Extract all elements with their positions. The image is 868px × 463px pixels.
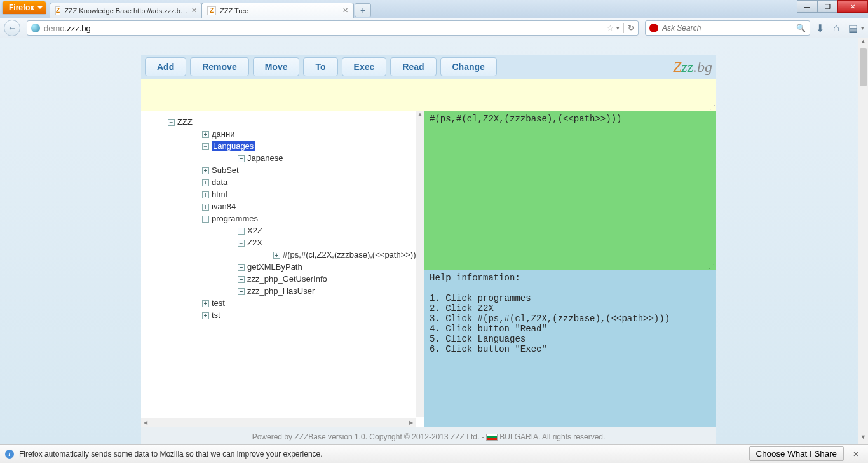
resize-handle-icon[interactable]: ⋰ [709, 104, 715, 111]
tree-node[interactable]: −programmes [202, 213, 421, 225]
tree-node[interactable]: +tst [202, 310, 421, 322]
collapse-icon[interactable]: − [168, 119, 175, 126]
bookmarks-icon[interactable]: ▤ [846, 22, 860, 34]
app-toolbar: Add Remove Move To Exec Read Change Zzz.… [141, 55, 716, 79]
expand-icon[interactable]: + [202, 179, 209, 186]
choose-share-button[interactable]: Choose What I Share [749, 446, 844, 461]
tree-node-label[interactable]: #(ps,#(cl,Z2X,(zzzbase),(<<path>>))) [283, 250, 419, 259]
expand-icon[interactable]: + [202, 167, 209, 174]
browser-tab-0[interactable]: Z ZZZ Knowledge Base http://ads.zzz.b… ✕ [50, 3, 202, 18]
expand-icon[interactable]: + [202, 300, 209, 307]
change-button[interactable]: Change [440, 57, 497, 76]
tree-node[interactable]: −Languages [202, 141, 421, 153]
tree-node-label[interactable]: Languages [212, 141, 255, 151]
expand-icon[interactable]: + [238, 288, 245, 295]
code-pane[interactable]: #(ps,#(cl,Z2X,(zzzbase),(<<path>>)))⋰ [424, 111, 716, 270]
tree-node[interactable]: +данни [202, 128, 421, 141]
collapse-icon[interactable]: − [238, 240, 245, 247]
back-button[interactable]: ← [4, 20, 20, 36]
browser-tab-1[interactable]: Z ZZZ Tree ✕ [201, 3, 354, 18]
add-button[interactable]: Add [145, 57, 186, 76]
tree-scrollbar-h[interactable]: ◀▶ [141, 418, 416, 427]
expand-icon[interactable]: + [238, 155, 245, 162]
bookmark-star-icon[interactable]: ☆ [607, 24, 614, 32]
collapse-icon[interactable]: − [202, 143, 209, 150]
tree-node-label[interactable]: zzz_php_GetUserInfo [247, 274, 327, 284]
search-box[interactable]: 🔍 [645, 20, 810, 36]
minimize-button[interactable]: — [797, 0, 817, 13]
tree-node[interactable]: +zzz_php_HasUser [238, 286, 421, 298]
tree-root-node[interactable]: −ZZZ [168, 116, 421, 128]
home-icon[interactable]: ⌂ [829, 22, 843, 34]
resize-handle-icon[interactable]: ⋰ [709, 263, 715, 270]
maximize-button[interactable]: ❐ [817, 0, 837, 13]
tree-node[interactable]: +X2Z [238, 225, 421, 237]
search-engine-icon[interactable] [649, 24, 658, 32]
expand-icon[interactable]: + [238, 228, 245, 235]
tree-node-label[interactable]: test [212, 298, 225, 308]
expand-icon[interactable]: + [238, 276, 245, 283]
close-window-button[interactable]: ✕ [837, 0, 868, 13]
firefox-menu-button[interactable]: Firefox [3, 1, 46, 14]
tree-node-label[interactable]: ivan84 [212, 202, 236, 211]
info-band: ⋰ [141, 79, 716, 111]
globe-icon [31, 24, 40, 32]
viewport-scrollbar[interactable]: ▲▼ [858, 38, 868, 444]
tree-node[interactable]: +getXMLByPath [238, 261, 421, 273]
tree-node[interactable]: +html [202, 189, 421, 201]
tab-strip: Z ZZZ Knowledge Base http://ads.zzz.b… ✕… [50, 0, 371, 18]
browser-titlebar: Firefox Z ZZZ Knowledge Base http://ads.… [0, 0, 868, 18]
expand-icon[interactable]: + [202, 312, 209, 319]
tree-node-label[interactable]: programmes [212, 214, 258, 223]
info-icon: i [5, 450, 14, 459]
to-button[interactable]: To [303, 57, 337, 76]
close-notification-icon[interactable]: ✕ [849, 448, 863, 460]
tree-node-label[interactable]: Z2X [247, 238, 262, 247]
expand-icon[interactable]: + [238, 264, 245, 271]
tree-node[interactable]: +data [202, 177, 421, 189]
favicon-icon: Z [207, 6, 216, 15]
tree-node[interactable]: +Japanese [238, 153, 421, 165]
tree-node[interactable]: +test [202, 298, 421, 310]
close-tab-icon[interactable]: ✕ [191, 6, 197, 15]
tree-node-label[interactable]: Japanese [247, 153, 283, 163]
collapse-icon[interactable]: − [202, 216, 209, 223]
expand-icon[interactable]: + [202, 204, 209, 211]
expand-icon[interactable]: + [202, 131, 209, 138]
tree-node-label[interactable]: X2Z [247, 226, 262, 235]
move-button[interactable]: Move [253, 57, 300, 76]
new-tab-button[interactable]: + [355, 3, 371, 17]
bulgaria-flag-icon [486, 434, 498, 441]
reload-icon[interactable]: ↻ [628, 24, 634, 32]
tree-node[interactable]: −Z2X [238, 237, 421, 249]
url-bar[interactable]: demo.zzz.bg ☆▾ ↻ [27, 20, 639, 36]
tree-node-label[interactable]: ZZZ [177, 117, 193, 127]
tab-title: ZZZ Tree [220, 7, 248, 15]
tree-node-label[interactable]: html [212, 190, 227, 199]
page-viewport: Add Remove Move To Exec Read Change Zzz.… [0, 38, 868, 444]
tree-node-label[interactable]: SubSet [212, 165, 239, 175]
tree-node[interactable]: +zzz_php_GetUserInfo [238, 273, 421, 286]
tab-title: ZZZ Knowledge Base http://ads.zzz.b… [64, 7, 187, 15]
tree: −ZZZ+данни−Languages+Japanese+SubSet+dat… [141, 111, 424, 326]
tree-node[interactable]: +ivan84 [202, 201, 421, 213]
tree-node[interactable]: +#(ps,#(cl,Z2X,(zzzbase),(<<path>>))) [273, 249, 421, 261]
read-button[interactable]: Read [390, 57, 436, 76]
search-input[interactable] [662, 24, 796, 32]
expand-icon[interactable]: + [273, 252, 280, 259]
tree-node-label[interactable]: data [212, 177, 227, 187]
tree-node-label[interactable]: getXMLByPath [247, 262, 302, 272]
exec-button[interactable]: Exec [342, 57, 387, 76]
close-tab-icon[interactable]: ✕ [342, 6, 348, 15]
tree-node-label[interactable]: данни [212, 129, 234, 139]
remove-button[interactable]: Remove [190, 57, 248, 76]
tree-scrollbar-v[interactable]: ▲ [416, 111, 424, 417]
search-icon[interactable]: 🔍 [796, 24, 806, 32]
expand-icon[interactable]: + [202, 191, 209, 198]
tree-node[interactable]: +SubSet [202, 165, 421, 177]
tree-node-label[interactable]: zzz_php_HasUser [247, 286, 315, 296]
downloads-icon[interactable]: ⬇ [813, 22, 827, 34]
favicon-icon: Z [55, 6, 60, 15]
tree-node-label[interactable]: tst [212, 310, 220, 320]
right-pane: #(ps,#(cl,Z2X,(zzzbase),(<<path>>)))⋰ He… [424, 111, 716, 427]
